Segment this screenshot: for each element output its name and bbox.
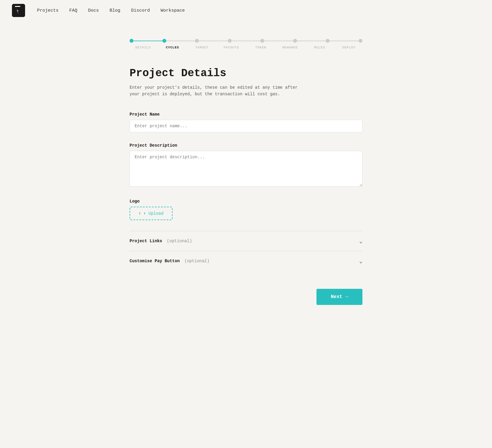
next-button[interactable]: Next → [316, 289, 362, 305]
step-line-2 [166, 41, 195, 41]
step-dot-token [260, 39, 264, 43]
nav-docs[interactable]: Docs [88, 8, 99, 13]
step-dot-target [195, 39, 199, 43]
step-dot-cycles [162, 39, 166, 43]
step-label-payouts: PAYOUTS [218, 46, 245, 49]
logo-icon [12, 4, 25, 17]
step-line-1 [133, 41, 162, 41]
upload-button[interactable]: ⬆ ⬆ Upload [130, 207, 173, 220]
upload-label: ⬆ Upload [143, 211, 163, 216]
step-line-5 [264, 41, 293, 41]
project-description-label: Project Description [130, 143, 362, 148]
step-label-cycles: CYCLES [159, 46, 186, 49]
customise-pay-chevron: ⌄ [359, 258, 362, 264]
logo-label: Logo [130, 199, 362, 204]
nav-discord[interactable]: Discord [131, 8, 150, 13]
customise-pay-title: Customise Pay Button (optional) [130, 258, 210, 264]
step-line-6 [297, 41, 326, 41]
next-arrow-icon: → [345, 294, 348, 300]
stepper: DETAILS CYCLES TARGET PAYOUTS TOKEN REWA… [130, 39, 362, 49]
nav-workspace[interactable]: Workspace [161, 8, 185, 13]
step-label-details: DETAILS [130, 46, 156, 49]
bottom-bar: Next → [130, 289, 362, 305]
project-description-group: Project Description [130, 143, 362, 188]
customise-pay-button-section[interactable]: Customise Pay Button (optional) ⌄ [130, 251, 362, 271]
project-name-label: Project Name [130, 112, 362, 117]
step-label-token: TOKEN [247, 46, 274, 49]
nav-faq[interactable]: FAQ [69, 8, 77, 13]
step-line-7 [330, 41, 359, 41]
step-label-target: TARGET [188, 46, 215, 49]
project-links-section[interactable]: Project Links (optional) ⌄ [130, 231, 362, 251]
logo-group: Logo ⬆ ⬆ Upload [130, 199, 362, 220]
nav-blog[interactable]: Blog [110, 8, 120, 13]
next-label: Next [331, 294, 342, 300]
step-label-rewards: REWARDS [277, 46, 304, 49]
step-line-3 [199, 41, 228, 41]
upload-icon: ⬆ [139, 211, 141, 216]
project-description-input[interactable] [130, 151, 362, 187]
page-title: Project Details [130, 67, 362, 79]
step-dot-details [130, 39, 133, 43]
step-dot-rules [326, 39, 330, 43]
project-links-title: Project Links (optional) [130, 238, 192, 244]
project-name-input[interactable] [130, 120, 362, 132]
main-nav: Projects FAQ Docs Blog Discord Workspace [37, 8, 185, 13]
step-dot-deploy [359, 39, 362, 43]
step-label-deploy: DEPLOY [336, 46, 362, 49]
project-links-chevron: ⌄ [359, 238, 362, 244]
step-line-4 [232, 41, 261, 41]
page-description: Enter your project's details, these can … [130, 84, 362, 98]
step-dot-payouts [228, 39, 232, 43]
svg-rect-0 [15, 6, 20, 7]
project-name-group: Project Name [130, 112, 362, 132]
nav-projects[interactable]: Projects [37, 8, 59, 13]
step-label-rules: RULES [306, 46, 333, 49]
step-dot-rewards [293, 39, 297, 43]
logo[interactable] [12, 4, 25, 17]
